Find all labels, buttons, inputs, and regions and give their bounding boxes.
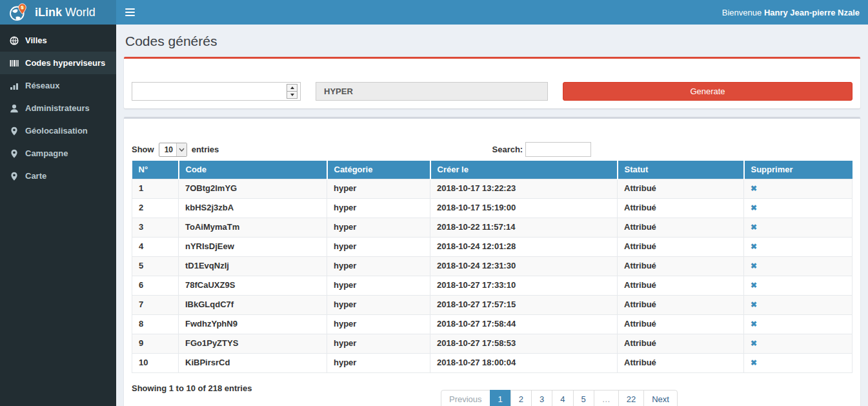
cell-code: tD1EvqNzIj — [179, 256, 327, 276]
delete-x-icon[interactable]: ✖ — [751, 203, 757, 212]
cell-created: 2018-10-24 12:01:28 — [430, 237, 618, 256]
cell-created: 2018-10-22 11:57:14 — [430, 218, 618, 237]
cell-created: 2018-10-24 12:31:30 — [430, 256, 618, 276]
map-marker-icon — [10, 149, 19, 158]
search-label: Search: — [492, 145, 523, 154]
column-header-supprimer[interactable]: Supprimer — [744, 161, 853, 179]
quantity-input[interactable] — [132, 82, 301, 101]
sidebar-toggle-button[interactable] — [116, 0, 143, 25]
cell-status: Attribué — [618, 198, 744, 218]
delete-x-icon[interactable]: ✖ — [751, 358, 757, 367]
column-header-code[interactable]: Code — [179, 161, 327, 179]
column-header-categorie[interactable]: Catégorie — [327, 161, 430, 179]
cell-status: Attribué — [618, 295, 744, 314]
quantity-input-wrap — [132, 82, 301, 101]
delete-x-icon[interactable]: ✖ — [751, 281, 757, 290]
page-title: Codes générés — [125, 34, 859, 49]
sidebar-item-codes-hyperviseurs[interactable]: Codes hyperviseurs — [0, 52, 116, 74]
cell-delete: ✖ — [744, 237, 853, 256]
hamburger-icon — [125, 8, 135, 10]
cell-status: Attribué — [618, 179, 744, 198]
sidebar-item-label: Campagne — [25, 148, 68, 158]
cell-status: Attribué — [618, 276, 744, 295]
sidebar: VillesCodes hyperviseursRéseauxAdministr… — [0, 25, 116, 406]
page-button-5[interactable]: 5 — [573, 390, 594, 406]
page-button-2[interactable]: 2 — [510, 390, 532, 406]
sidebar-item-geolocalisation[interactable]: Géolocalisation — [0, 119, 116, 142]
cell-status: Attribué — [618, 353, 744, 372]
chevron-down-icon — [176, 143, 187, 156]
cell-status: Attribué — [618, 256, 744, 276]
cell-code: FGo1PyZTYS — [179, 334, 327, 353]
page-button-1[interactable]: 1 — [490, 390, 511, 406]
cell-num: 4 — [132, 237, 179, 256]
sidebar-item-reseaux[interactable]: Réseaux — [0, 74, 116, 97]
page-button-ellipsis[interactable]: … — [594, 390, 619, 406]
column-header-statut[interactable]: Statut — [618, 161, 744, 179]
spinner-down-icon[interactable] — [287, 92, 297, 98]
cell-delete: ✖ — [744, 314, 853, 334]
cell-category: hyper — [327, 237, 430, 256]
table-row: 5tD1EvqNzIjhyper2018-10-24 12:31:30Attri… — [132, 256, 853, 276]
delete-x-icon[interactable]: ✖ — [751, 339, 757, 348]
page-length-select[interactable]: 10 — [159, 143, 187, 157]
globe-icon — [10, 36, 19, 45]
cell-code: kbHS2j3zbA — [179, 198, 327, 218]
brand-text: iLink World — [35, 6, 96, 19]
number-spinner[interactable] — [287, 84, 298, 99]
cell-delete: ✖ — [744, 353, 853, 372]
cell-code: ToAiMymaTm — [179, 218, 327, 237]
sidebar-item-administrateurs[interactable]: Administrateurs — [0, 97, 116, 119]
table-row: 9FGo1PyZTYShyper2018-10-27 17:58:53Attri… — [132, 334, 853, 353]
spinner-up-icon[interactable] — [287, 85, 297, 92]
generate-button[interactable]: Generate — [563, 82, 853, 101]
sidebar-item-carte[interactable]: Carte — [0, 165, 116, 187]
sidebar-item-campagne[interactable]: Campagne — [0, 142, 116, 165]
sidebar-item-label: Codes hyperviseurs — [25, 58, 105, 68]
delete-x-icon[interactable]: ✖ — [751, 261, 757, 270]
cell-num: 5 — [132, 256, 179, 276]
generator-panel: Generate — [124, 57, 860, 108]
content-area: Codes générés Generate Show 10 — [116, 25, 868, 406]
page-button-next[interactable]: Next — [643, 390, 678, 406]
table-row: 10KiBPirsrCdhyper2018-10-27 18:00:04Attr… — [132, 353, 853, 372]
cell-num: 3 — [132, 218, 179, 237]
cell-code: KiBPirsrCd — [179, 353, 327, 372]
table-header-row: N°CodeCatégorieCréer leStatutSupprimer — [132, 161, 853, 179]
delete-x-icon[interactable]: ✖ — [751, 223, 757, 232]
category-input — [316, 82, 548, 101]
page-button-4[interactable]: 4 — [552, 390, 573, 406]
delete-x-icon[interactable]: ✖ — [751, 184, 757, 193]
welcome-message: Bienvenue Hanry Jean-pierre Nzale — [722, 8, 868, 17]
cell-category: hyper — [327, 314, 430, 334]
delete-x-icon[interactable]: ✖ — [751, 320, 757, 329]
table-row: 2kbHS2j3zbAhyper2018-10-17 15:19:00Attri… — [132, 198, 853, 218]
delete-x-icon[interactable]: ✖ — [751, 300, 757, 309]
table-row: 3ToAiMymaTmhyper2018-10-22 11:57:14Attri… — [132, 218, 853, 237]
codes-table: N°CodeCatégorieCréer leStatutSupprimer 1… — [132, 161, 853, 373]
table-row: 4nYRIsDjEewhyper2018-10-24 12:01:28Attri… — [132, 237, 853, 256]
cell-code: 7OBtg2lmYG — [179, 179, 327, 198]
column-header-n[interactable]: N° — [132, 161, 179, 179]
cell-code: nYRIsDjEew — [179, 237, 327, 256]
delete-x-icon[interactable]: ✖ — [751, 242, 757, 251]
sidebar-item-label: Carte — [25, 171, 46, 181]
cell-category: hyper — [327, 179, 430, 198]
table-controls: Show 10 entries Search: — [132, 142, 853, 157]
signal-bars-icon — [10, 81, 19, 90]
cell-created: 2018-10-27 17:57:15 — [430, 295, 618, 314]
sidebar-item-villes[interactable]: Villes — [0, 29, 116, 52]
search-input[interactable] — [525, 142, 591, 157]
cell-code: 78fCaUXZ9S — [179, 276, 327, 295]
cell-status: Attribué — [618, 218, 744, 237]
cell-category: hyper — [327, 353, 430, 372]
column-header-creer-le[interactable]: Créer le — [430, 161, 618, 179]
page-button-3[interactable]: 3 — [531, 390, 552, 406]
cell-category: hyper — [327, 256, 430, 276]
page-button-previous[interactable]: Previous — [441, 390, 490, 406]
page-button-22[interactable]: 22 — [618, 390, 644, 406]
cell-created: 2018-10-27 17:58:53 — [430, 334, 618, 353]
entries-label: entries — [192, 145, 219, 154]
brand-logo[interactable]: $ iLink World — [0, 0, 116, 25]
search-control: Search: — [492, 142, 853, 157]
